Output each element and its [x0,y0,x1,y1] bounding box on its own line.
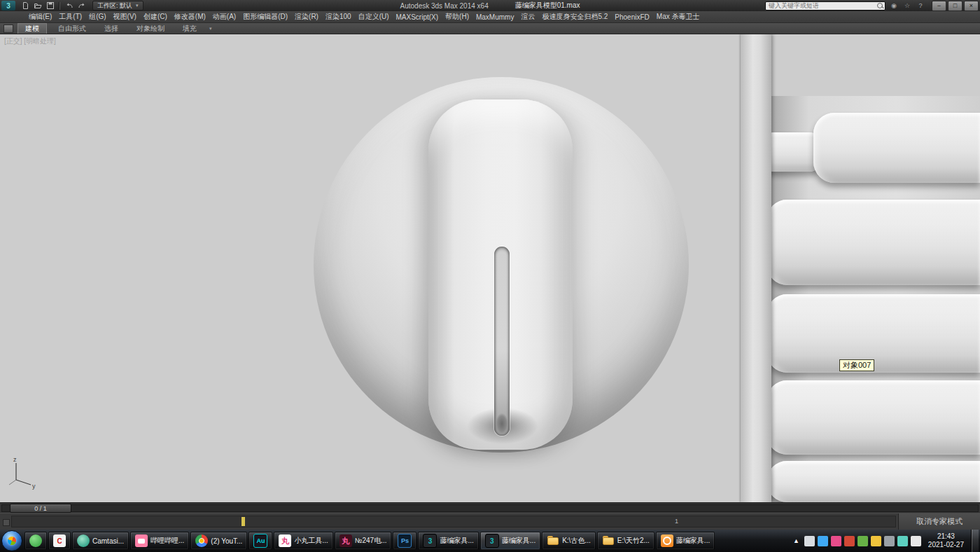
knob-slot[interactable] [494,247,510,436]
search-input[interactable] [765,1,886,11]
ribbon-tab[interactable]: 建模 [18,23,47,34]
knob-model[interactable] [314,77,689,453]
show-desktop-button[interactable] [971,530,979,552]
menu-item[interactable]: Max 杀毒卫士 [653,11,704,22]
toolbar-separator [59,2,60,10]
help-icon[interactable]: ? [916,1,925,10]
viewport[interactable]: [正交] [明暗处理] 对象007 z y [0,34,980,502]
workspace-selector[interactable]: 工作区: 默认 [92,1,144,11]
favorites-icon[interactable]: ☆ [902,1,912,10]
start-button[interactable] [1,530,22,551]
taskbar-button[interactable]: K:\古色... [542,532,596,550]
menu-item[interactable]: 极速度身安全归档5.2 [538,11,611,22]
taskbar-button-label: (2) YouT... [211,537,242,545]
menu-item[interactable]: 工具(T) [55,11,85,22]
ribbon-tab[interactable]: 自由形式 [51,23,93,34]
windows-taskbar: C Camtasi... 哔哩哔哩... (2) YouT... [0,530,980,552]
chevron-down-icon[interactable]: ▾ [209,26,212,32]
weave-band[interactable] [813,113,980,183]
tray-icon[interactable] [897,536,908,546]
tray-icon[interactable] [804,536,815,546]
close-button[interactable]: × [964,1,979,11]
maximize-button[interactable]: □ [948,1,962,11]
search-icon[interactable] [877,3,883,8]
ribbon-toggle-icon[interactable] [4,25,13,33]
menu-item[interactable]: 视图(V) [110,11,140,22]
ribbon-tab[interactable]: 选择 [97,23,125,34]
taskbar-button[interactable]: 藤编家具... [656,532,715,550]
menu-item[interactable]: 渲染100 [322,11,355,22]
taskbar-button[interactable]: 3 藤编家具... [480,532,540,550]
taskbar-button[interactable]: Camtasi... [72,532,129,550]
weave-band[interactable] [767,461,980,502]
taskbar-button-label: 藤编家具... [676,536,710,546]
taskbar-button[interactable]: E:\天竹2... [597,532,654,550]
app-logo-icon[interactable]: 3 [1,1,15,11]
taskbar-button[interactable]: 3 藤编家具... [418,532,478,550]
minimize-button[interactable]: − [932,1,946,11]
menu-item[interactable]: 修改器(M) [171,11,209,22]
track-bar[interactable]: 1 [11,516,896,527]
tray-icon[interactable] [871,536,881,546]
status-bar: 1 取消专家模式 [0,513,980,530]
menu-item[interactable]: PhoenixFD [611,11,652,22]
time-slider-handle[interactable]: 0 / 1 [10,504,71,513]
app-title: Autodesk 3ds Max 2014 x64 [400,2,489,10]
track-bar-marker[interactable] [241,517,245,526]
taskbar-button-label: E:\天竹2... [617,536,650,546]
tray-icon[interactable] [844,536,855,546]
menu-item[interactable]: 动画(A) [209,11,239,22]
menu-item[interactable]: 渲云 [517,11,538,22]
menu-item[interactable]: 编辑(E) [25,11,55,22]
save-icon[interactable] [45,1,55,11]
clock-date: 2021-02-27 [928,541,964,549]
taskbar-app-icon: 丸 [340,534,352,547]
weave-edge-slat[interactable] [741,34,771,502]
time-slider-track[interactable] [1,504,979,512]
menu-item[interactable]: MaxMummy [472,11,517,22]
redo-icon[interactable] [76,1,87,11]
tray-icon[interactable] [831,536,841,546]
ribbon-tab[interactable]: 填充 [176,23,204,34]
menu-item[interactable]: 自定义(U) [355,11,393,22]
taskbar-app-icon [135,534,148,547]
taskbar-buttons: C Camtasi... 哔哩哔哩... (2) YouT... [24,530,715,552]
taskbar-button[interactable]: 丸 №247电... [335,532,392,550]
sign-in-icon[interactable]: ◉ [889,1,899,10]
taskbar-clock[interactable]: 21:43 2021-02-27 [928,532,964,549]
viewport-label[interactable]: [正交] [明暗处理] [4,36,56,46]
menu-item[interactable]: MAXScript(X) [393,11,442,22]
tray-icon[interactable] [858,536,868,546]
taskbar-button[interactable]: Au [248,532,272,550]
taskbar-button[interactable]: C [48,532,71,550]
taskbar-button[interactable]: Ps [393,532,416,550]
object-name-tooltip: 对象007 [839,359,874,371]
taskbar-app-icon: 3 [423,534,437,548]
weave-band[interactable] [767,380,980,455]
taskbar-button[interactable]: 哔哩哔哩... [130,532,189,550]
taskbar-app-icon [29,534,42,547]
menu-item[interactable]: 帮助(H) [442,11,472,22]
menu-item[interactable]: 渲染(R) [291,11,322,22]
open-file-icon[interactable] [32,1,43,11]
time-slider: 0 / 1 [0,502,980,513]
undo-icon[interactable] [64,1,74,11]
weave-band[interactable] [767,200,980,285]
tray-icon[interactable] [818,536,828,546]
tray-icon[interactable]: ▲ [791,536,802,546]
taskbar-button[interactable]: 丸 小丸工具... [274,532,332,550]
new-file-icon[interactable] [20,1,30,11]
tray-icon[interactable] [911,536,921,546]
taskbar-app-icon [77,534,90,547]
taskbar-button-label: 小丸工具... [294,536,328,546]
selection-lock-icon[interactable] [3,519,10,526]
menu-item[interactable]: 创建(C) [140,11,171,22]
taskbar-button-label: 藤编家具... [502,536,536,546]
ribbon-tab[interactable]: 对象绘制 [130,23,172,34]
taskbar-button[interactable]: (2) YouT... [190,532,247,550]
menu-item[interactable]: 图形编辑器(D) [239,11,291,22]
tray-icon[interactable] [884,536,895,546]
taskbar-button[interactable] [24,532,47,550]
menu-item[interactable]: 组(G) [85,11,109,22]
cancel-expert-mode-button[interactable]: 取消专家模式 [898,513,980,530]
